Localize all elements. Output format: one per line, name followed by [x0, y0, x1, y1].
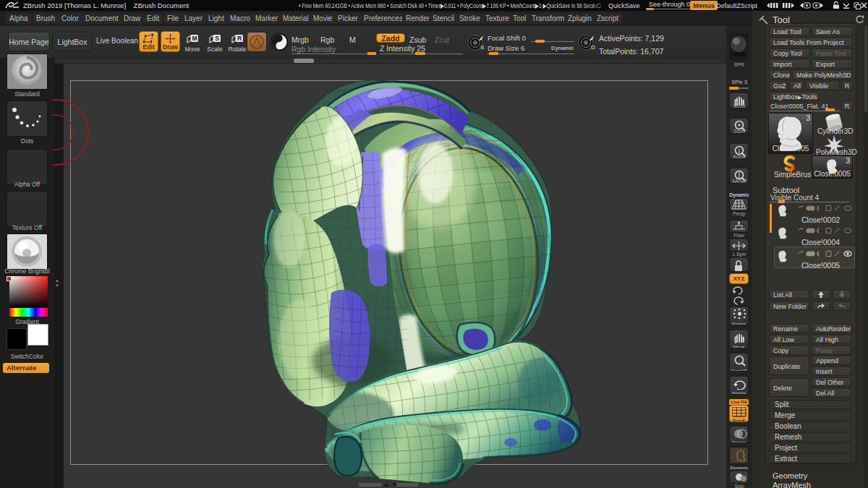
svg-text:S: S	[215, 35, 219, 42]
svg-text:M: M	[192, 35, 197, 42]
svg-text:S: S	[480, 44, 484, 51]
svg-text:D: D	[591, 44, 595, 51]
svg-text:R: R	[237, 35, 242, 42]
svg-text:1: 1	[738, 148, 741, 153]
